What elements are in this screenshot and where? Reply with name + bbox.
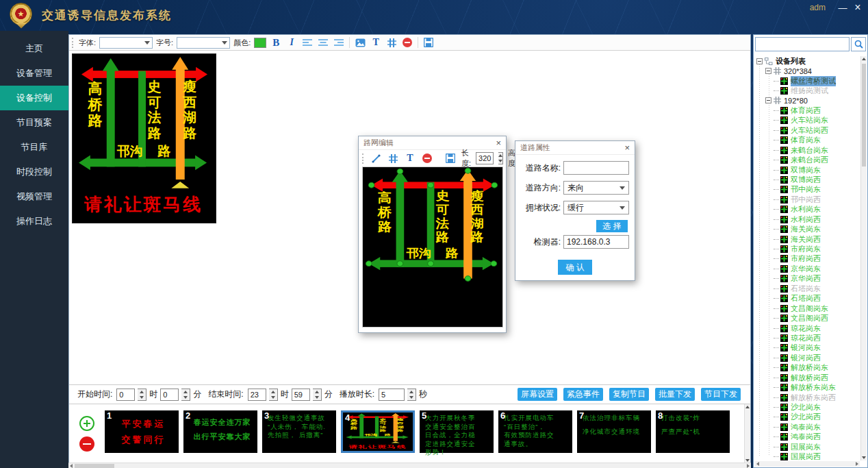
device-item-1-17[interactable]: 京华岗西 bbox=[756, 274, 860, 284]
device-item-1-13[interactable]: 海关岗西 bbox=[756, 234, 860, 244]
select-button[interactable]: 选 择 bbox=[596, 220, 628, 232]
image-icon[interactable] bbox=[354, 36, 366, 49]
program-strip-hscrollbar[interactable] bbox=[68, 463, 751, 468]
device-item-1-35[interactable]: 国展岗西 bbox=[756, 452, 860, 461]
sidebar-item-5[interactable]: 时段控制 bbox=[0, 160, 68, 184]
sidebar-item-3[interactable]: 节目预案 bbox=[0, 110, 68, 135]
device-item-1-30[interactable]: 沙北岗东 bbox=[756, 402, 860, 412]
size-dropdown[interactable] bbox=[177, 37, 230, 49]
action-button-4[interactable]: 节目下发 bbox=[701, 388, 741, 401]
device-item-1-24[interactable]: 银河岗东 bbox=[756, 343, 860, 353]
text-tool-icon[interactable]: T bbox=[404, 152, 416, 164]
device-item-1-3[interactable]: 体育岗东 bbox=[756, 136, 860, 145]
program-thumb-7[interactable]: 7依法治理非标车辆净化城市交通环境 bbox=[577, 410, 651, 453]
italic-button[interactable]: I bbox=[285, 36, 298, 49]
vscrollbar-thumb[interactable] bbox=[862, 64, 866, 167]
action-button-2[interactable]: 复制节目 bbox=[609, 388, 649, 401]
device-item-1-23[interactable]: 琼花岗西 bbox=[756, 333, 860, 343]
device-item-1-14[interactable]: 市府岗东 bbox=[756, 244, 860, 254]
confirm-button[interactable]: 确 认 bbox=[558, 260, 592, 275]
draw-road-icon[interactable] bbox=[370, 152, 382, 164]
device-item-0-0[interactable]: 螺丝湾桥测试 bbox=[756, 76, 860, 86]
save-icon[interactable] bbox=[444, 152, 457, 164]
program-strip-vscrollbar[interactable] bbox=[744, 404, 750, 463]
start-minute-input[interactable] bbox=[160, 389, 179, 401]
device-item-1-32[interactable]: 鸿泰岗东 bbox=[756, 422, 860, 432]
device-item-1-25[interactable]: 银河岗西 bbox=[756, 353, 860, 362]
device-tree-hscrollbar[interactable] bbox=[755, 461, 860, 467]
align-right-icon[interactable] bbox=[333, 36, 345, 49]
detector-input[interactable] bbox=[563, 235, 629, 249]
device-item-1-18[interactable]: 石塔岗东 bbox=[756, 284, 860, 293]
road-icon[interactable] bbox=[387, 152, 399, 164]
device-item-1-33[interactable]: 鸿泰岗西 bbox=[756, 432, 860, 442]
device-item-1-2[interactable]: 火车站岗西 bbox=[756, 125, 860, 135]
sidebar-item-2[interactable]: 设备控制 bbox=[0, 86, 68, 110]
align-center-icon[interactable] bbox=[317, 36, 329, 49]
sidebar-item-0[interactable]: 主页 bbox=[0, 36, 68, 61]
device-item-1-28[interactable]: 解放桥东岗东 bbox=[756, 382, 860, 392]
device-item-1-15[interactable]: 市府岗西 bbox=[756, 254, 860, 264]
search-input[interactable] bbox=[755, 37, 850, 51]
program-thumb-6[interactable]: 6扎实开展电动车“百日整治”，有效预防道路交通事故。 bbox=[498, 410, 572, 453]
end-minute-input[interactable] bbox=[292, 389, 310, 401]
start-hour-spinner[interactable] bbox=[138, 389, 146, 401]
action-button-0[interactable]: 屏幕设置 bbox=[518, 388, 557, 401]
device-item-1-20[interactable]: 文昌阁岗东 bbox=[756, 304, 860, 313]
sidebar-item-6[interactable]: 视频管理 bbox=[0, 184, 68, 209]
bold-button[interactable]: B bbox=[270, 36, 282, 49]
remove-program-button[interactable] bbox=[79, 436, 94, 452]
search-button[interactable] bbox=[851, 37, 866, 51]
program-thumb-5[interactable]: 5大力开展秋冬季交通安全整治百日会战，全力稳定道路交通安全形势！ bbox=[420, 410, 494, 453]
start-hour-input[interactable] bbox=[116, 389, 135, 401]
end-minute-spinner[interactable] bbox=[313, 389, 322, 401]
device-item-0-1[interactable]: 维扬岗测试 bbox=[756, 86, 860, 95]
program-thumb-2[interactable]: 2春运安全连万家出行平安靠大家 bbox=[183, 410, 257, 453]
length-input[interactable] bbox=[476, 152, 494, 164]
tree-root[interactable]: 设备列表 bbox=[756, 56, 860, 66]
device-item-1-31[interactable]: 沙北岗西 bbox=[756, 412, 860, 422]
delete-icon[interactable] bbox=[421, 152, 433, 164]
device-item-1-9[interactable]: 邗中岗西 bbox=[756, 195, 860, 204]
led-preview-screen[interactable]: 高桥路史可法路瘦西湖路邗沟路请礼让斑马线 bbox=[72, 53, 216, 223]
end-hour-input[interactable] bbox=[248, 389, 266, 401]
add-program-button[interactable] bbox=[79, 416, 94, 431]
device-item-1-1[interactable]: 火车站岗东 bbox=[756, 116, 860, 125]
device-group-1[interactable]: 192*80 bbox=[756, 96, 860, 106]
device-item-1-6[interactable]: 双博岗东 bbox=[756, 165, 860, 175]
device-tree-vscrollbar[interactable] bbox=[860, 56, 867, 460]
start-minute-spinner[interactable] bbox=[181, 389, 190, 401]
device-item-1-21[interactable]: 文昌阁岗西 bbox=[756, 313, 860, 323]
road-name-input[interactable] bbox=[563, 161, 629, 175]
device-item-1-10[interactable]: 水利岗东 bbox=[756, 205, 860, 214]
sidebar-item-1[interactable]: 设备管理 bbox=[0, 61, 68, 86]
color-swatch[interactable] bbox=[254, 38, 266, 48]
device-item-1-16[interactable]: 京华岗东 bbox=[756, 264, 860, 273]
device-group-0[interactable]: 320*384 bbox=[756, 66, 860, 75]
save-icon[interactable] bbox=[422, 36, 435, 49]
device-item-1-12[interactable]: 海关岗东 bbox=[756, 224, 860, 234]
length-spinner[interactable] bbox=[498, 152, 503, 164]
device-item-1-4[interactable]: 来鹤台岗东 bbox=[756, 145, 860, 155]
program-thumb-3[interactable]: 3发生轻微交通事故“人未伤， 车能动.先拍照， 后撤离” bbox=[262, 410, 336, 453]
device-item-1-0[interactable]: 体育岗西 bbox=[756, 106, 860, 115]
device-item-1-19[interactable]: 石塔岗西 bbox=[756, 294, 860, 304]
hscrollbar-thumb[interactable] bbox=[75, 464, 114, 468]
device-item-1-29[interactable]: 解放桥东岗西 bbox=[756, 393, 860, 402]
close-icon[interactable]: × bbox=[624, 143, 630, 152]
device-item-1-22[interactable]: 琼花岗东 bbox=[756, 323, 860, 333]
device-item-1-5[interactable]: 来鹤台岗西 bbox=[756, 155, 860, 164]
close-button[interactable]: × bbox=[851, 1, 865, 14]
congestion-select[interactable]: 缓行 bbox=[563, 201, 629, 214]
road-direction-select[interactable]: 来向 bbox=[563, 181, 629, 195]
road-network-canvas[interactable]: 高桥路史可法路瘦西湖路邗沟路 bbox=[362, 167, 503, 328]
device-item-1-26[interactable]: 解放桥岗东 bbox=[756, 363, 860, 373]
device-item-1-27[interactable]: 解放桥岗西 bbox=[756, 373, 860, 382]
road-icon[interactable] bbox=[385, 36, 398, 49]
device-item-1-11[interactable]: 水利岗西 bbox=[756, 214, 860, 224]
delete-icon[interactable] bbox=[401, 36, 413, 49]
device-item-1-34[interactable]: 国展岗东 bbox=[756, 442, 860, 452]
sidebar-item-7[interactable]: 操作日志 bbox=[0, 209, 68, 234]
duration-spinner[interactable] bbox=[407, 389, 416, 401]
device-item-1-8[interactable]: 邗中岗东 bbox=[756, 185, 860, 195]
